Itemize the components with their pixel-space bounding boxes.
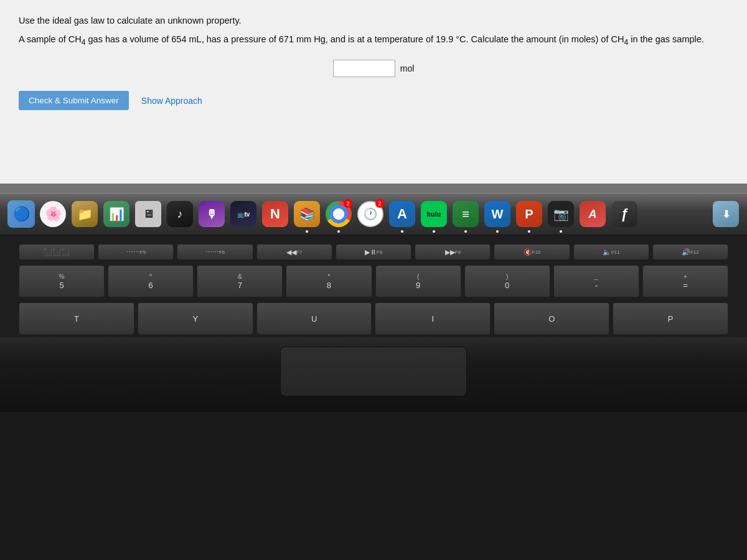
- dock-icon-menu[interactable]: ≡: [451, 199, 481, 229]
- clock-badge: 2: [375, 199, 384, 208]
- num-key-0-top: ): [506, 274, 508, 280]
- num-key-6[interactable]: ^ 6: [108, 265, 194, 297]
- dock-icon-fontbook[interactable]: A: [387, 199, 417, 229]
- check-submit-button[interactable]: Check & Submit Answer: [19, 91, 129, 110]
- num-key-0[interactable]: ) 0: [464, 265, 550, 297]
- dock-dot-fontbook: [401, 230, 403, 233]
- fn-key-f9[interactable]: ▶▶ F9: [415, 244, 491, 260]
- dock-icon-script[interactable]: ƒ: [609, 199, 639, 229]
- fn-f7-label: F7: [296, 250, 302, 255]
- num-key-equals[interactable]: + =: [642, 265, 728, 297]
- fn-key-f4[interactable]: ⬛⬛⬛: [19, 244, 95, 260]
- num-key-9-bot: 9: [416, 281, 420, 289]
- num-key-equals-top: +: [684, 274, 687, 280]
- num-key-minus-top: _: [594, 274, 598, 280]
- show-approach-button[interactable]: Show Approach: [141, 96, 202, 106]
- dock-icon-downloads[interactable]: ⬇: [711, 199, 741, 229]
- dock-icon-powerpoint[interactable]: P: [514, 199, 544, 229]
- fn-f6-label: F6: [219, 250, 225, 255]
- dock-icon-notif[interactable]: N: [260, 199, 290, 229]
- num-key-5[interactable]: % 5: [19, 265, 105, 297]
- macos-dock: 🔵 🌸 📁 📊: [0, 193, 747, 235]
- fn-key-f7[interactable]: ◀◀ F7: [256, 244, 332, 260]
- num-key-8[interactable]: * 8: [286, 265, 372, 297]
- dock-dot-camera: [560, 230, 562, 233]
- key-p[interactable]: P: [613, 302, 728, 335]
- fn-key-f8[interactable]: ▶⏸ F8: [336, 244, 411, 260]
- fn-f10-icon: 🔇: [524, 248, 532, 256]
- fn-f8-icon: ▶⏸: [365, 248, 377, 256]
- answer-input[interactable]: [333, 60, 395, 77]
- fn-f12-label: F12: [690, 250, 699, 255]
- key-i[interactable]: I: [375, 302, 491, 335]
- chrome-badge: 2: [344, 199, 352, 208]
- fn-f10-label: F10: [532, 250, 541, 255]
- num-key-row: % 5 ^ 6 & 7 * 8 ( 9: [0, 263, 747, 300]
- dock-icon-podcasts[interactable]: 🎙: [197, 199, 227, 229]
- fn-key-f12[interactable]: 🔊 F12: [652, 244, 728, 260]
- dock-icon-pdf[interactable]: A: [578, 199, 608, 229]
- fn-key-f10[interactable]: 🔇 F10: [494, 244, 570, 260]
- dock-icon-finder[interactable]: 🔵: [6, 199, 36, 229]
- num-key-7[interactable]: & 7: [197, 265, 283, 297]
- key-o[interactable]: O: [494, 302, 609, 335]
- dock-icon-books[interactable]: 📚: [292, 199, 322, 229]
- key-y[interactable]: Y: [138, 302, 253, 335]
- letter-key-row: T Y U I O P: [0, 300, 747, 337]
- key-u[interactable]: U: [256, 302, 372, 335]
- num-key-9[interactable]: ( 9: [375, 265, 461, 297]
- num-key-5-top: %: [59, 274, 65, 280]
- fn-key-f11[interactable]: 🔈 F11: [573, 244, 649, 260]
- dock-dot-powerpoint: [528, 230, 530, 233]
- dock-icon-hulu[interactable]: hulu: [419, 199, 449, 229]
- fn-key-f5[interactable]: ⋯⋯ F5: [98, 244, 174, 260]
- num-key-8-bot: 8: [327, 281, 331, 289]
- fn-key-f6[interactable]: ⋯⋯ F6: [177, 244, 253, 260]
- num-key-6-bot: 6: [149, 281, 153, 289]
- trackpad[interactable]: [280, 347, 467, 396]
- key-u-label: U: [311, 314, 317, 324]
- key-t-label: T: [74, 314, 79, 324]
- dock-dot-menu: [464, 230, 467, 233]
- dock-icon-clock[interactable]: 🕐 2: [355, 199, 385, 229]
- fn-key-row: ⬛⬛⬛ ⋯⋯ F5 ⋯⋯ F6 ◀◀ F7 ▶⏸ F8: [0, 240, 747, 263]
- page-layout: Use the ideal gas law to calculate an un…: [0, 0, 747, 560]
- dock-icon-camera[interactable]: 📷: [546, 199, 576, 229]
- dock-dot-word: [496, 230, 499, 233]
- dock-icon-word[interactable]: W: [482, 199, 512, 229]
- key-t[interactable]: T: [19, 302, 134, 335]
- num-key-6-top: ^: [149, 274, 153, 280]
- num-key-minus-bot: -: [595, 281, 598, 289]
- key-y-label: Y: [192, 314, 198, 324]
- dock-icon-display[interactable]: 🖥: [133, 199, 163, 229]
- dock-icon-chart[interactable]: 📊: [101, 199, 131, 229]
- laptop-body: 🔵 🌸 📁 📊: [0, 193, 747, 560]
- fn-f7-icon: ◀◀: [286, 248, 296, 256]
- num-key-7-bot: 7: [238, 281, 242, 289]
- dock-icon-chrome[interactable]: 2: [324, 199, 354, 229]
- fn-f9-label: F9: [455, 250, 461, 255]
- num-key-minus[interactable]: _ -: [553, 265, 639, 297]
- fn-f9-icon: ▶▶: [445, 248, 455, 256]
- button-row: Check & Submit Answer Show Approach: [19, 91, 728, 110]
- num-key-9-top: (: [417, 274, 419, 280]
- separator-strip: [0, 184, 747, 193]
- num-key-0-bot: 0: [505, 281, 509, 289]
- fn-f5-icon: ⋯⋯: [126, 248, 140, 256]
- key-o-label: O: [548, 314, 555, 324]
- dock-icon-folder[interactable]: 📁: [70, 199, 100, 229]
- answer-row: mol: [19, 60, 728, 77]
- unit-label: mol: [400, 63, 415, 73]
- dock-dot-chrome: [337, 230, 340, 233]
- dock-icon-music[interactable]: ♪: [165, 199, 195, 229]
- fn-f11-icon: 🔈: [603, 248, 611, 256]
- fn-f8-label: F8: [377, 250, 382, 255]
- fn-f6-icon: ⋯⋯: [205, 248, 219, 256]
- fn-f5-label: F5: [140, 250, 146, 255]
- key-i-label: I: [432, 314, 435, 324]
- dock-icon-appletv[interactable]: 📺tv: [228, 199, 258, 229]
- fn-f12-icon: 🔊: [682, 248, 690, 256]
- dock-icon-photos[interactable]: 🌸: [38, 199, 68, 229]
- macbook-bottom: [0, 337, 747, 412]
- fn-f4-icon: ⬛⬛⬛: [44, 248, 70, 256]
